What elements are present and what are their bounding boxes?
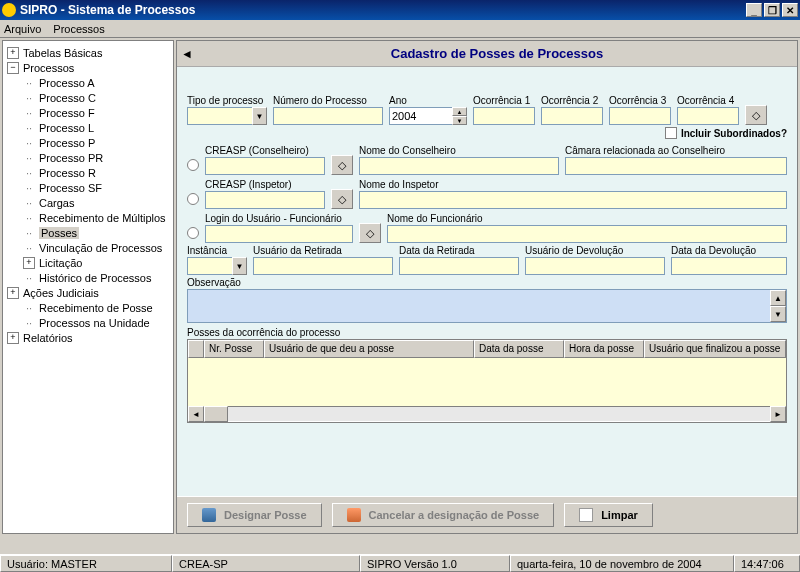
scroll-left-icon[interactable]: ◄ [188, 406, 204, 422]
tree-processo-a[interactable]: ··Processo A [3, 75, 173, 90]
menu-arquivo[interactable]: Arquivo [4, 23, 41, 35]
close-button[interactable]: ✕ [782, 3, 798, 17]
tree-processos-unidade[interactable]: ··Processos na Unidade [3, 315, 173, 330]
status-hora: 14:47:06 [734, 555, 800, 572]
creasp-inspetor-input[interactable] [205, 191, 325, 209]
radio-inspetor[interactable] [187, 193, 199, 205]
expand-icon[interactable]: + [23, 257, 35, 269]
grid-hscrollbar[interactable]: ◄ ► [188, 406, 786, 422]
tree-recebimento-multiplos[interactable]: ··Recebimento de Múltiplos [3, 210, 173, 225]
nome-conselheiro-input[interactable] [359, 157, 559, 175]
ocorrencia2-input[interactable] [541, 107, 603, 125]
radio-conselheiro[interactable] [187, 159, 199, 171]
ano-spinner[interactable]: 2004▲▼ [389, 107, 467, 125]
scroll-right-icon[interactable]: ► [770, 406, 786, 422]
ocorrencia4-input[interactable] [677, 107, 739, 125]
tree-processo-sf[interactable]: ··Processo SF [3, 180, 173, 195]
camara-conselheiro-input[interactable] [565, 157, 787, 175]
label-numero-processo: Número do Processo [273, 95, 383, 106]
form-area: Tipo de processo ▼ Número do Processo An… [177, 67, 797, 496]
tree-processo-c[interactable]: ··Processo C [3, 90, 173, 105]
expand-icon[interactable]: + [7, 47, 19, 59]
col-nr-posse[interactable]: Nr. Posse [204, 340, 264, 358]
button-bar: Designar Posse Cancelar a designação de … [177, 496, 797, 533]
eraser-icon[interactable]: ◇ [331, 155, 353, 175]
designar-posse-button[interactable]: Designar Posse [187, 503, 322, 527]
content-panel: ◄ Cadastro de Posses de Processos Tipo d… [176, 40, 798, 534]
col-data-posse[interactable]: Data da posse [474, 340, 564, 358]
status-usuario: Usuário: MASTER [0, 555, 172, 572]
minimize-button[interactable]: _ [746, 3, 762, 17]
numero-processo-input[interactable] [273, 107, 383, 125]
col-usuario-deu[interactable]: Usuário de que deu a posse [264, 340, 474, 358]
tree-processo-r[interactable]: ··Processo R [3, 165, 173, 180]
chevron-down-icon[interactable]: ▼ [232, 257, 247, 275]
tree-historico[interactable]: ··Histórico de Processos [3, 270, 173, 285]
cancelar-designacao-button[interactable]: Cancelar a designação de Posse [332, 503, 555, 527]
tree-recebimento-posse[interactable]: ··Recebimento de Posse [3, 300, 173, 315]
grid-body[interactable] [188, 358, 786, 406]
tipo-processo-select[interactable]: ▼ [187, 107, 267, 125]
incluir-subordinados-checkbox[interactable] [665, 127, 677, 139]
maximize-button[interactable]: ❐ [764, 3, 780, 17]
eraser-icon[interactable]: ◇ [331, 189, 353, 209]
status-versao: SIPRO Versão 1.0 [360, 555, 510, 572]
scrollbar[interactable]: ▲▼ [770, 290, 786, 322]
observacao-textarea[interactable]: ▲▼ [187, 289, 787, 323]
tree-processo-p[interactable]: ··Processo P [3, 135, 173, 150]
expand-icon[interactable]: + [7, 332, 19, 344]
label-grid-posses: Posses da ocorrência do processo [187, 327, 787, 338]
tree-posses[interactable]: ··Posses [3, 225, 173, 240]
label-creasp-conselheiro: CREASP (Conselheiro) [205, 145, 325, 156]
tree-licitacao[interactable]: +Licitação [3, 255, 173, 270]
nome-inspetor-input[interactable] [359, 191, 787, 209]
label-ocorrencia4: Ocorrência 4 [677, 95, 739, 106]
scroll-thumb[interactable] [204, 406, 228, 422]
tree-acoes-judiciais[interactable]: +Ações Judiciais [3, 285, 173, 300]
instancia-select[interactable]: ▼ [187, 257, 247, 275]
usuario-devolucao-input[interactable] [525, 257, 665, 275]
eraser-icon[interactable]: ◇ [745, 105, 767, 125]
eraser-icon[interactable]: ◇ [359, 223, 381, 243]
tree-processos[interactable]: −Processos [3, 60, 173, 75]
tree-tabelas-basicas[interactable]: +Tabelas Básicas [3, 45, 173, 60]
menubar: Arquivo Processos [0, 20, 800, 38]
status-crea: CREA-SP [172, 555, 360, 572]
collapse-icon[interactable]: − [7, 62, 19, 74]
back-arrow-icon[interactable]: ◄ [177, 47, 197, 61]
spin-up-icon[interactable]: ▲ [452, 107, 467, 116]
clear-icon [579, 508, 593, 522]
scroll-up-icon[interactable]: ▲ [770, 290, 786, 306]
menu-processos[interactable]: Processos [53, 23, 104, 35]
data-devolucao-input[interactable] [671, 257, 787, 275]
login-funcionario-input[interactable] [205, 225, 353, 243]
tree-vinculacao[interactable]: ··Vinculação de Processos [3, 240, 173, 255]
scroll-down-icon[interactable]: ▼ [770, 306, 786, 322]
label-nome-conselheiro: Nome do Conselheiro [359, 145, 559, 156]
status-data: quarta-feira, 10 de novembro de 2004 [510, 555, 734, 572]
limpar-button[interactable]: Limpar [564, 503, 653, 527]
label-usuario-retirada: Usuário da Retirada [253, 245, 393, 256]
col-hora-posse[interactable]: Hora da posse [564, 340, 644, 358]
creasp-conselheiro-input[interactable] [205, 157, 325, 175]
spin-down-icon[interactable]: ▼ [452, 116, 467, 125]
content-header: ◄ Cadastro de Posses de Processos [177, 41, 797, 67]
label-tipo-processo: Tipo de processo [187, 95, 267, 106]
grid-header: Nr. Posse Usuário de que deu a posse Dat… [188, 340, 786, 358]
tree-processo-f[interactable]: ··Processo F [3, 105, 173, 120]
col-usuario-finalizou[interactable]: Usuário que finalizou a posse [644, 340, 786, 358]
radio-funcionario[interactable] [187, 227, 199, 239]
tree-relatorios[interactable]: +Relatórios [3, 330, 173, 345]
nome-funcionario-input[interactable] [387, 225, 787, 243]
chevron-down-icon[interactable]: ▼ [252, 107, 267, 125]
tree-processo-pr[interactable]: ··Processo PR [3, 150, 173, 165]
usuario-retirada-input[interactable] [253, 257, 393, 275]
expand-icon[interactable]: + [7, 287, 19, 299]
data-retirada-input[interactable] [399, 257, 519, 275]
tree-cargas[interactable]: ··Cargas [3, 195, 173, 210]
ocorrencia3-input[interactable] [609, 107, 671, 125]
label-ocorrencia1: Ocorrência 1 [473, 95, 535, 106]
ocorrencia1-input[interactable] [473, 107, 535, 125]
tree-processo-l[interactable]: ··Processo L [3, 120, 173, 135]
grid-corner [188, 340, 204, 358]
